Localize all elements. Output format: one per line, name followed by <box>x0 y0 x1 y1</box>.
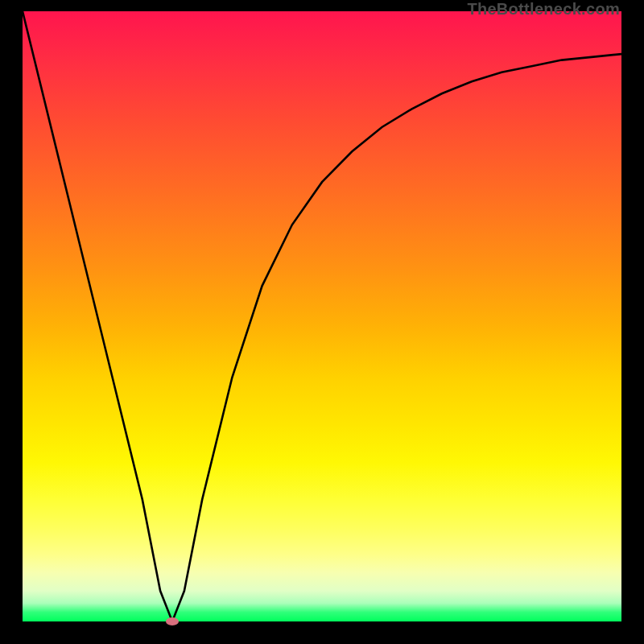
optimal-point-marker <box>166 617 179 625</box>
curve-path <box>23 11 621 621</box>
plot-area <box>23 11 621 621</box>
bottleneck-curve <box>23 11 621 621</box>
chart-frame: TheBottleneck.com <box>0 0 644 644</box>
